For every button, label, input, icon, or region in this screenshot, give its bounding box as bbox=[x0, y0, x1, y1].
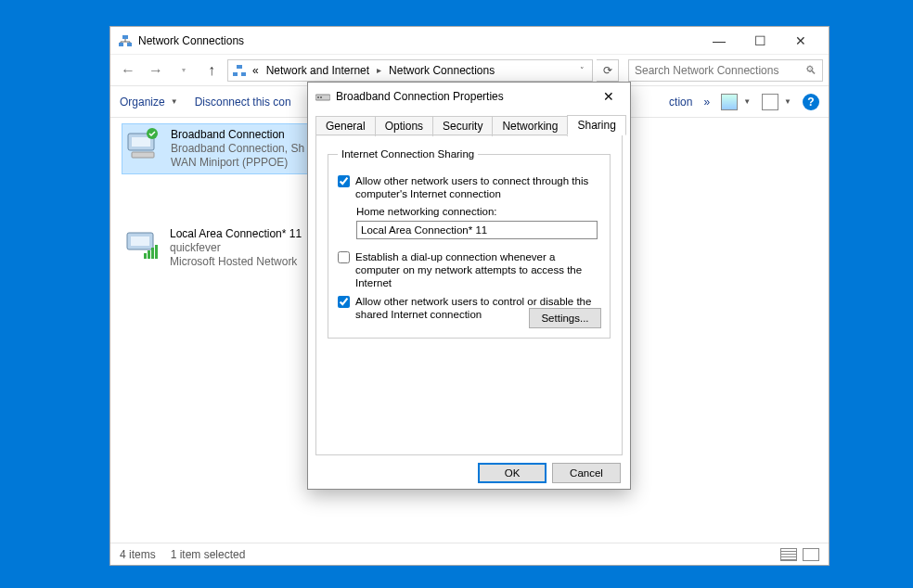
view-details-button[interactable] bbox=[780, 548, 797, 561]
connection-name: Local Area Connection* 11 bbox=[170, 227, 302, 241]
close-button[interactable]: ✕ bbox=[780, 28, 821, 54]
ok-button[interactable]: OK bbox=[478, 463, 547, 483]
modem-icon bbox=[315, 91, 330, 102]
svg-rect-2 bbox=[122, 35, 128, 39]
allow-control-checkbox[interactable] bbox=[338, 296, 350, 308]
dialog-button-row: OK Cancel bbox=[308, 455, 630, 491]
svg-rect-3 bbox=[233, 72, 238, 76]
tab-security[interactable]: Security bbox=[432, 116, 493, 136]
establish-dialup-checkbox[interactable] bbox=[338, 251, 350, 263]
allow-connect-checkbox[interactable] bbox=[338, 175, 350, 187]
tab-networking[interactable]: Networking bbox=[492, 116, 568, 136]
svg-point-21 bbox=[317, 96, 319, 98]
ics-legend: Internet Connection Sharing bbox=[338, 148, 478, 160]
svg-rect-17 bbox=[148, 250, 150, 259]
recent-dropdown[interactable]: ▾ bbox=[172, 58, 196, 83]
connection-name: Broadband Connection bbox=[171, 128, 304, 142]
svg-rect-4 bbox=[241, 72, 246, 76]
svg-rect-9 bbox=[132, 152, 154, 158]
tab-general[interactable]: General bbox=[315, 116, 376, 136]
connection-device: WAN Miniport (PPPOE) bbox=[171, 156, 304, 170]
broadband-icon bbox=[126, 128, 163, 161]
minimize-button[interactable]: ― bbox=[699, 28, 739, 54]
tabs: General Options Security Networking Shar… bbox=[308, 110, 630, 134]
titlebar[interactable]: Network Connections ― ☐ ✕ bbox=[110, 27, 829, 55]
svg-rect-15 bbox=[131, 236, 149, 246]
help-button[interactable]: ? bbox=[803, 94, 819, 110]
lan-icon bbox=[125, 227, 162, 261]
svg-rect-7 bbox=[132, 137, 150, 147]
status-selection: 1 item selected bbox=[171, 548, 246, 561]
network-icon bbox=[118, 33, 133, 48]
cancel-button[interactable]: Cancel bbox=[552, 463, 621, 483]
establish-dialup-label: Establish a dial-up connection whenever … bbox=[355, 250, 600, 289]
dialog-title: Broadband Connection Properties bbox=[336, 90, 595, 103]
connection-device: Microsoft Hosted Network bbox=[170, 255, 302, 269]
breadcrumb-parent[interactable]: Network and Internet bbox=[263, 64, 373, 77]
search-box[interactable]: 🔍︎ bbox=[628, 59, 823, 82]
home-connection-value: Local Area Connection* 11 bbox=[361, 224, 487, 236]
chevron-right-icon: ▸ bbox=[373, 65, 385, 75]
svg-rect-0 bbox=[119, 43, 123, 46]
breadcrumb-prefix[interactable]: « bbox=[249, 64, 263, 77]
disconnect-button[interactable]: Disconnect this con bbox=[195, 96, 291, 109]
network-icon bbox=[232, 63, 247, 78]
tab-options[interactable]: Options bbox=[375, 116, 433, 136]
svg-rect-1 bbox=[127, 43, 132, 46]
svg-rect-16 bbox=[144, 253, 147, 259]
statusbar: 4 items 1 item selected bbox=[110, 543, 829, 565]
maximize-button[interactable]: ☐ bbox=[739, 28, 780, 54]
back-button[interactable]: ← bbox=[116, 58, 140, 83]
dialog-close-button[interactable]: ✕ bbox=[595, 85, 623, 108]
allow-connect-label: Allow other network users to connect thr… bbox=[355, 174, 600, 200]
connection-menu-tail[interactable]: ction bbox=[669, 96, 692, 109]
search-input[interactable] bbox=[635, 64, 805, 77]
tab-body-sharing: Internet Connection Sharing Allow other … bbox=[315, 134, 623, 455]
home-connection-label: Home networking connection: bbox=[356, 206, 600, 217]
organize-menu[interactable]: Organize▼ bbox=[120, 96, 178, 109]
connection-status: quickfever bbox=[170, 241, 302, 255]
svg-point-22 bbox=[320, 96, 322, 98]
svg-rect-5 bbox=[237, 65, 242, 69]
breadcrumb[interactable]: « Network and Internet ▸ Network Connect… bbox=[227, 59, 593, 82]
properties-dialog: Broadband Connection Properties ✕ Genera… bbox=[307, 82, 631, 490]
connection-status: Broadband Connection, Sh bbox=[171, 142, 304, 156]
search-icon[interactable]: 🔍︎ bbox=[805, 64, 817, 77]
home-connection-combo[interactable]: Local Area Connection* 11 bbox=[356, 221, 598, 239]
forward-button[interactable]: → bbox=[144, 58, 168, 83]
view-icons-button[interactable] bbox=[803, 548, 819, 561]
preview-pane-button[interactable]: ▼ bbox=[762, 94, 791, 110]
chevron-down-icon[interactable]: ˅ bbox=[576, 66, 588, 75]
window-title: Network Connections bbox=[138, 34, 699, 47]
refresh-button[interactable]: ⟳ bbox=[597, 59, 619, 82]
view-large-button[interactable]: ▼ bbox=[721, 94, 751, 110]
status-item-count: 4 items bbox=[120, 548, 156, 561]
dialog-titlebar[interactable]: Broadband Connection Properties ✕ bbox=[308, 83, 630, 110]
tab-sharing[interactable]: Sharing bbox=[567, 115, 625, 135]
more-chevron[interactable]: » bbox=[703, 96, 710, 109]
svg-rect-18 bbox=[151, 248, 154, 259]
settings-button[interactable]: Settings... bbox=[529, 308, 601, 328]
breadcrumb-current[interactable]: Network Connections bbox=[385, 64, 498, 77]
svg-rect-19 bbox=[155, 245, 158, 259]
up-button[interactable]: ↑ bbox=[199, 58, 224, 83]
